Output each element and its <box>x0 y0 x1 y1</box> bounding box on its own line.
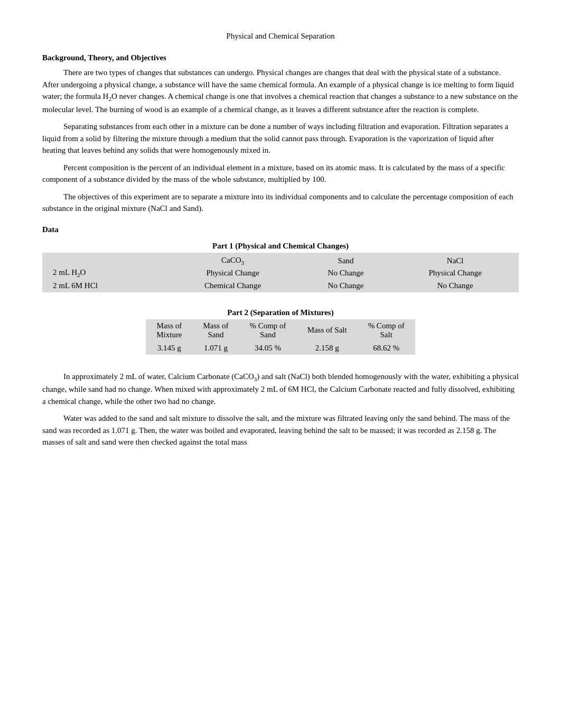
discussion-para-2: Water was added to the sand and salt mix… <box>42 412 519 448</box>
part1-col-nacl: NaCl <box>391 253 519 267</box>
part2-col-mass-salt: Mass of Salt <box>297 319 358 342</box>
part2-table: Mass ofMixture Mass ofSand % Comp ofSand… <box>146 319 415 355</box>
data-heading: Data <box>42 225 519 234</box>
background-para-3: Percent composition is the percent of an… <box>42 162 519 186</box>
background-heading: Background, Theory, and Objectives <box>42 53 519 62</box>
discussion-section: In approximately 2 mL of water, Calcium … <box>42 371 519 448</box>
part1-sand-water: No Change <box>300 267 391 280</box>
part1-col-sand: Sand <box>300 253 391 267</box>
part2-title: Part 2 (Separation of Mixtures) <box>42 308 519 317</box>
part2-header-row: Mass ofMixture Mass ofSand % Comp ofSand… <box>146 319 415 342</box>
part1-col-empty <box>42 253 165 267</box>
part1-table: CaCO3 Sand NaCl 2 mL H2O Physical Change… <box>42 253 519 292</box>
part2-val-mass-salt: 2.158 g <box>297 342 358 355</box>
part2-val-mass-mixture: 3.145 g <box>146 342 192 355</box>
part1-wrapper: Part 1 (Physical and Chemical Changes) C… <box>42 242 519 292</box>
part1-row-water: 2 mL H2O Physical Change No Change Physi… <box>42 267 519 280</box>
discussion-para-1: In approximately 2 mL of water, Calcium … <box>42 371 519 408</box>
part2-val-pct-salt: 68.62 % <box>358 342 415 355</box>
part2-col-pct-sand: % Comp ofSand <box>239 319 296 342</box>
part2-col-mass-mixture: Mass ofMixture <box>146 319 192 342</box>
part1-reagent-water: 2 mL H2O <box>42 267 165 280</box>
part2-col-mass-sand: Mass ofSand <box>193 319 239 342</box>
part1-row-hcl: 2 mL 6M HCl Chemical Change No Change No… <box>42 280 519 292</box>
background-para-2: Separating substances from each other in… <box>42 121 519 156</box>
part1-title: Part 1 (Physical and Chemical Changes) <box>42 242 519 251</box>
part2-col-pct-salt: % Comp ofSalt <box>358 319 415 342</box>
background-section: Background, Theory, and Objectives There… <box>42 53 519 215</box>
part1-col-caco3: CaCO3 <box>165 253 300 267</box>
part1-nacl-hcl: No Change <box>391 280 519 292</box>
part2-val-mass-sand: 1.071 g <box>193 342 239 355</box>
data-section: Data Part 1 (Physical and Chemical Chang… <box>42 225 519 355</box>
part1-nacl-water: Physical Change <box>391 267 519 280</box>
background-para-4: The objectives of this experiment are to… <box>42 191 519 215</box>
page-title: Physical and Chemical Separation <box>42 32 519 41</box>
part1-header-row: CaCO3 Sand NaCl <box>42 253 519 267</box>
part2-data-row: 3.145 g 1.071 g 34.05 % 2.158 g 68.62 % <box>146 342 415 355</box>
part2-wrapper: Part 2 (Separation of Mixtures) Mass ofM… <box>42 308 519 355</box>
part1-reagent-hcl: 2 mL 6M HCl <box>42 280 165 292</box>
part1-caco3-water: Physical Change <box>165 267 300 280</box>
part2-val-pct-sand: 34.05 % <box>239 342 296 355</box>
background-para-1: There are two types of changes that subs… <box>42 67 519 115</box>
part1-caco3-hcl: Chemical Change <box>165 280 300 292</box>
part1-sand-hcl: No Change <box>300 280 391 292</box>
